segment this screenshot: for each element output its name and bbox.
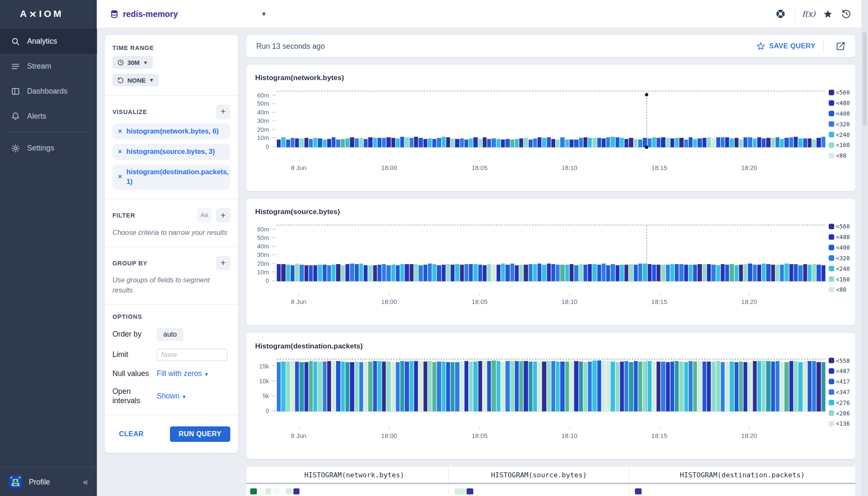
histogram-bars [277,137,825,148]
legend-item[interactable]: <160 [829,142,855,148]
legend-item[interactable]: <80 [829,152,855,159]
chart-plot-area[interactable] [277,359,825,412]
histogram-preview-swatch [293,488,299,494]
chevron-down-icon: ▼ [181,394,186,399]
sidebar-item-stream[interactable]: Stream [0,54,97,79]
remove-icon[interactable]: × [118,147,122,156]
sidebar-item-alerts[interactable]: Alerts [0,103,97,128]
sidebar-item-settings[interactable]: Settings [0,136,97,161]
add-filter-button[interactable]: + [216,208,230,222]
chart-plot-area[interactable] [277,91,825,148]
case-sensitivity-button[interactable]: Aa [197,208,211,222]
legend-item[interactable]: <276 [829,399,855,406]
compare-chip[interactable]: NONE ▼ [112,74,159,86]
dataset-selector[interactable]: redis-memory [110,9,178,19]
null-values-select[interactable]: Fill with zeros ▼ [157,370,231,378]
legend-swatch [829,379,834,384]
legend-label: <347 [836,389,850,396]
share-icon[interactable] [836,41,845,50]
x-tick-label: 18:15 [651,432,668,439]
legend-swatch [829,100,834,106]
x-tick-label: 18:15 [651,298,668,305]
legend-label: <206 [836,410,850,417]
chart-plot-area[interactable] [277,225,825,282]
legend-item[interactable]: <417 [829,378,855,385]
remove-icon[interactable]: × [118,172,122,181]
sidebar-nav: Analytics Stream Dashboards Alerts [0,29,97,161]
legend-label: <80 [836,286,846,293]
function-icon[interactable]: f(x) [799,9,818,18]
legend-label: <487 [836,368,850,374]
dataset-caret-icon[interactable]: ▼ [261,11,267,17]
legend-item[interactable]: <560 [829,89,855,96]
collapse-sidebar-icon[interactable]: « [83,477,88,487]
options-label: OPTIONS [112,313,230,320]
star-icon[interactable] [818,9,837,19]
legend-label: <558 [836,357,850,364]
database-icon [110,10,119,18]
scrollbar-track[interactable] [861,0,868,496]
chart-title: Histogram(network.bytes) [246,74,855,82]
legend-item[interactable]: <400 [829,244,855,251]
legend-label: <320 [836,255,850,262]
legend-item[interactable]: <560 [829,223,855,230]
dashboards-icon [11,86,20,96]
y-tick-label: 0 [266,407,269,414]
table-row[interactable] [246,484,855,496]
legend-item[interactable]: <400 [829,110,855,117]
remove-icon[interactable]: × [118,127,122,136]
visualize-label: VISUALIZE [112,109,147,115]
save-query-button[interactable]: SAVE QUERY [757,42,815,50]
legend-item[interactable]: <136 [829,420,855,427]
histogram-preview-swatch [635,488,642,494]
open-intervals-label: Open intervals [112,386,156,406]
y-axis: 60m50m40m30m20m10m0 [246,225,277,281]
run-query-button[interactable]: RUN QUERY [170,426,231,442]
legend-item[interactable]: <347 [829,389,855,396]
table-cell-destination-packets [629,484,855,496]
visualization-chip[interactable]: × histogram(network.bytes, 6) [112,123,230,139]
visualization-chip[interactable]: × histogram(destination.packets, 1) [112,164,230,190]
add-group-by-button[interactable]: + [216,256,230,270]
time-range-chip[interactable]: 30M ▼ [112,56,153,69]
legend-item[interactable]: <487 [829,368,855,374]
order-by-value[interactable]: auto [157,328,184,341]
clock-icon [117,59,124,66]
x-tick-label: 8 Jun [291,164,306,171]
table-header: HISTOGRAM(destination.packets) [629,467,855,483]
sidebar-item-analytics[interactable]: Analytics [0,29,97,54]
add-visualization-button[interactable]: + [216,105,230,119]
clear-button[interactable]: CLEAR [112,430,144,437]
legend-item[interactable]: <320 [829,255,855,262]
legend-label: <560 [836,223,850,230]
filter-label: FILTER [112,212,135,219]
legend-item[interactable]: <480 [829,100,855,106]
limit-input[interactable] [157,349,228,361]
chevron-down-icon: ▼ [149,77,154,83]
profile-row[interactable]: Profile « [0,467,97,496]
history-icon[interactable] [837,9,856,19]
dataset-name: redis-memory [123,9,178,19]
crosshair-line [647,226,647,281]
legend-item[interactable]: <240 [829,131,855,138]
sidebar: A✕IOM Analytics Stream Dashboards [0,0,97,496]
legend-item[interactable]: <80 [829,286,855,293]
x-tick-label: 18:10 [562,298,578,305]
legend-item[interactable]: <558 [829,357,855,364]
visualization-chip[interactable]: × histogram(source.bytes, 3) [112,144,230,160]
legend-item[interactable]: <480 [829,234,855,240]
histogram-preview-swatch [265,488,271,494]
row-marker-swatch [250,488,257,494]
sidebar-item-dashboards[interactable]: Dashboards [0,78,97,103]
sidebar-divider [10,132,87,132]
scrollbar-thumb[interactable] [862,32,867,126]
limit-label: Limit [112,350,156,360]
legend-item[interactable]: <320 [829,121,855,128]
legend-label: <400 [836,110,850,117]
legend-swatch [829,132,834,137]
legend-item[interactable]: <240 [829,265,855,272]
legend-item[interactable]: <206 [829,410,855,417]
legend-item[interactable]: <160 [829,276,855,282]
help-icon[interactable] [771,9,790,19]
open-intervals-select[interactable]: Shown ▼ [157,392,231,400]
